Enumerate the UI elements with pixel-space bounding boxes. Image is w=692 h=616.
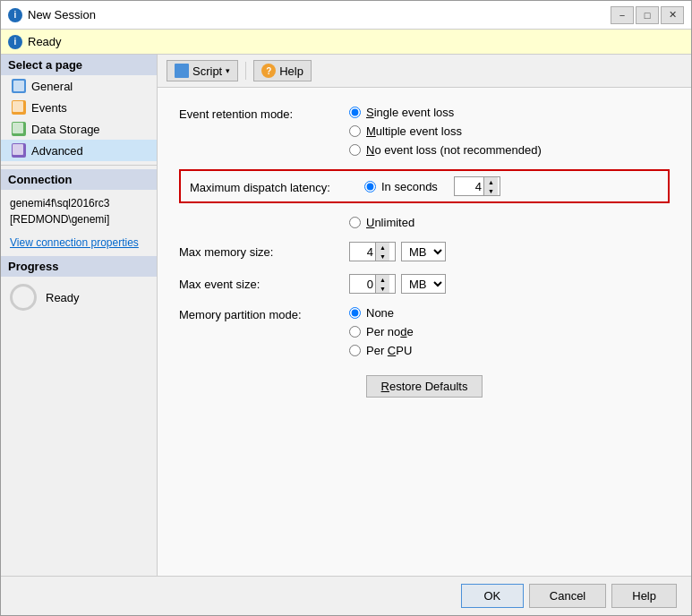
partition-none[interactable]: None [349, 306, 414, 320]
general-icon [12, 79, 26, 93]
sidebar-label-events: Events [31, 101, 67, 115]
partition-none-radio[interactable] [349, 307, 361, 319]
dispatch-unlimited-label: Unlimited [366, 216, 414, 229]
max-memory-spinbox-buttons: ▲ ▼ [375, 243, 389, 261]
dispatch-seconds-text: In seconds [381, 180, 438, 193]
partition-mode-row: Memory partition mode: None Per node [179, 306, 670, 357]
partition-per-node[interactable]: Per node [349, 325, 414, 338]
max-event-controls: 0 ▲ ▼ MB KB GB [349, 274, 446, 294]
help-button[interactable]: ? Help [253, 60, 312, 81]
dispatch-seconds-input[interactable]: 4 [455, 180, 483, 193]
max-memory-controls: 4 ▲ ▼ MB KB GB [349, 242, 446, 261]
datastorage-icon [12, 122, 26, 136]
event-retention-label: Event retention mode: [179, 106, 349, 121]
connection-server: genemi4f\sql2016rc3 [10, 195, 148, 211]
progress-status-text: Ready [46, 291, 80, 304]
max-memory-up-button[interactable]: ▲ [375, 243, 389, 252]
status-bar-top: i Ready [1, 30, 691, 55]
max-memory-unit-select[interactable]: MB KB GB [401, 242, 446, 261]
sidebar-label-general: General [31, 80, 73, 93]
restore-defaults-button[interactable]: Restore Defaults [366, 375, 483, 398]
max-memory-label: Max memory size: [179, 245, 349, 259]
toolbar-separator [245, 62, 246, 80]
dispatch-seconds-radio[interactable] [364, 181, 376, 192]
view-connection-link[interactable]: View connection properties [1, 233, 157, 252]
max-event-spinbox[interactable]: 0 ▲ ▼ [349, 274, 396, 294]
max-event-row: Max event size: 0 ▲ ▼ MB KB GB [179, 274, 670, 294]
max-event-up-button[interactable]: ▲ [375, 275, 389, 284]
partition-per-cpu[interactable]: Per CPU [349, 344, 414, 357]
spinbox-up-button[interactable]: ▲ [483, 177, 498, 186]
status-text: Ready [28, 35, 62, 48]
form-area: Event retention mode: Single event loss … [158, 88, 691, 576]
maximize-button[interactable]: □ [636, 6, 659, 24]
advanced-icon [12, 143, 26, 158]
svg-rect-2 [13, 123, 23, 133]
max-event-down-button[interactable]: ▼ [375, 284, 389, 293]
script-icon [175, 64, 189, 78]
progress-spinner [10, 284, 37, 311]
svg-rect-0 [13, 81, 24, 91]
sidebar: Select a page General Events Data Storag… [1, 55, 158, 576]
partition-per-cpu-label: Per CPU [366, 344, 412, 357]
connection-user: [REDMOND\genemi] [10, 211, 148, 227]
sidebar-item-datastorage[interactable]: Data Storage [1, 118, 157, 140]
svg-rect-1 [13, 101, 23, 112]
retention-radio-group: Single event loss Multiple event loss No… [349, 106, 542, 157]
dispatch-unlimited-row: Unlimited [349, 216, 670, 229]
dispatch-seconds-spinbox[interactable]: 4 ▲ ▼ [454, 176, 500, 196]
partition-per-node-radio[interactable] [349, 326, 361, 338]
help-bottom-button[interactable]: Help [611, 584, 677, 608]
sidebar-item-advanced[interactable]: Advanced [1, 140, 157, 161]
retention-single-radio[interactable] [349, 107, 361, 118]
script-label: Script [192, 64, 222, 78]
close-button[interactable]: ✕ [661, 6, 684, 24]
partition-none-label: None [366, 306, 394, 320]
events-icon [12, 100, 26, 115]
bottom-buttons: OK Cancel Help [1, 576, 691, 615]
retention-multiple[interactable]: Multiple event loss [349, 124, 542, 138]
dispatch-seconds-option[interactable]: In seconds [364, 180, 438, 193]
retention-single-label: Single event loss [366, 106, 454, 119]
cancel-button[interactable]: Cancel [529, 584, 606, 608]
retention-multiple-radio[interactable] [349, 125, 361, 137]
title-bar-left: i New Session [8, 8, 96, 22]
retention-none-radio[interactable] [349, 144, 361, 156]
max-memory-row: Max memory size: 4 ▲ ▼ MB KB GB [179, 242, 670, 261]
title-bar: i New Session − □ ✕ [1, 1, 691, 30]
content-area: Select a page General Events Data Storag… [1, 55, 691, 576]
max-event-unit-select[interactable]: MB KB GB [401, 274, 446, 294]
sidebar-label-datastorage: Data Storage [31, 123, 100, 136]
main-window: i New Session − □ ✕ i Ready Select a pag… [0, 0, 692, 616]
dispatch-latency-label: Maximum dispatch latency: [190, 179, 355, 194]
partition-per-node-label: Per node [366, 325, 414, 338]
sidebar-item-events[interactable]: Events [1, 97, 157, 118]
minimize-button[interactable]: − [611, 6, 634, 24]
progress-section-title: Progress [1, 256, 157, 277]
title-buttons: − □ ✕ [611, 6, 684, 24]
max-memory-input[interactable]: 4 [350, 245, 375, 259]
main-panel: Script ▾ ? Help Event retention mode: [158, 55, 691, 576]
max-memory-down-button[interactable]: ▼ [375, 252, 389, 261]
connection-info: genemi4f\sql2016rc3 [REDMOND\genemi] [1, 190, 157, 233]
spinbox-down-button[interactable]: ▼ [483, 186, 498, 195]
restore-defaults-area: Restore Defaults [179, 375, 670, 398]
max-event-label: Max event size: [179, 278, 349, 291]
partition-per-cpu-radio[interactable] [349, 345, 361, 356]
script-button[interactable]: Script ▾ [167, 60, 238, 81]
ok-button[interactable]: OK [461, 584, 524, 608]
retention-single[interactable]: Single event loss [349, 106, 542, 119]
spinbox-buttons: ▲ ▼ [483, 177, 498, 195]
help-icon: ? [261, 64, 276, 78]
retention-none[interactable]: No event loss (not recommended) [349, 143, 542, 157]
max-memory-spinbox[interactable]: 4 ▲ ▼ [349, 242, 396, 261]
toolbar: Script ▾ ? Help [158, 55, 691, 88]
connection-section-title: Connection [1, 169, 157, 190]
dispatch-unlimited-option[interactable]: Unlimited [349, 216, 414, 229]
help-label: Help [279, 64, 303, 78]
app-icon: i [8, 8, 22, 22]
sidebar-item-general[interactable]: General [1, 75, 157, 97]
max-event-input[interactable]: 0 [350, 278, 375, 291]
progress-area: Ready [1, 277, 157, 318]
dispatch-unlimited-radio[interactable] [349, 217, 361, 228]
